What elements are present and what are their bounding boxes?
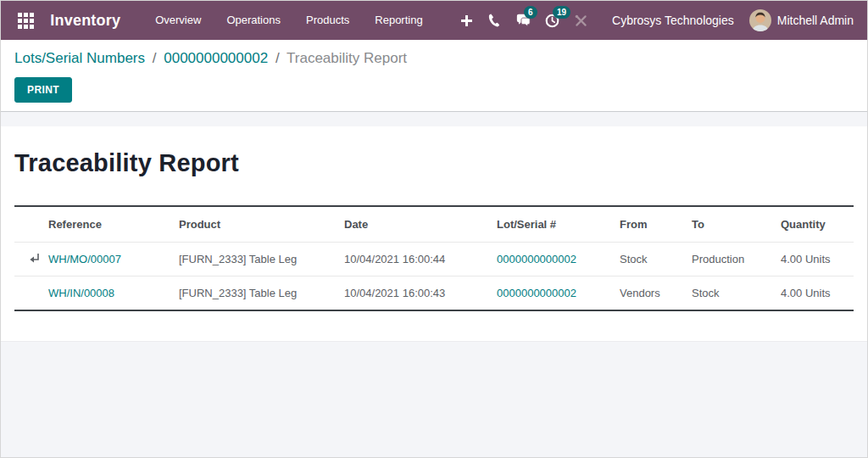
cell-product: [FURN_2333] Table Leg [174, 243, 339, 276]
cell-to: Stock [687, 276, 776, 311]
header-to: To [687, 206, 776, 243]
menu-overview[interactable]: Overview [142, 1, 214, 40]
page-title: Traceability Report [14, 149, 854, 177]
reference-link[interactable]: WH/IN/00008 [48, 287, 114, 299]
table-row: WH/MO/00007 [FURN_2333] Table Leg 10/04/… [14, 243, 854, 276]
cell-lot: 0000000000002 [492, 243, 615, 276]
menu-operations[interactable]: Operations [214, 1, 293, 40]
breadcrumb-current: Traceability Report [287, 50, 407, 66]
breadcrumb: Lots/Serial Numbers / 0000000000002 / Tr… [14, 50, 854, 67]
breadcrumb-lots-link[interactable]: Lots/Serial Numbers [14, 50, 145, 66]
top-navbar: Inventory Overview Operations Products R… [1, 1, 867, 40]
table-row: WH/IN/00008 [FURN_2333] Table Leg 10/04/… [14, 276, 854, 311]
user-name: Mitchell Admin [777, 14, 854, 27]
cell-quantity: 4.00 Units [776, 276, 854, 311]
table-header-row: Reference Product Date Lot/Serial # From… [14, 206, 854, 243]
cell-from: Vendors [615, 276, 687, 311]
menu-reporting[interactable]: Reporting [362, 1, 435, 40]
apps-grid-icon [18, 13, 34, 29]
cell-lot: 0000000000002 [492, 276, 615, 311]
origin-arrow-icon [19, 253, 48, 265]
cell-date: 10/04/2021 16:00:44 [339, 243, 492, 276]
app-name[interactable]: Inventory [50, 12, 120, 30]
footer-background [1, 341, 867, 457]
systray: 6 19 Cybrosys Technologies [480, 1, 855, 40]
control-panel: Lots/Serial Numbers / 0000000000002 / Tr… [1, 40, 867, 112]
cell-product: [FURN_2333] Table Leg [174, 276, 339, 311]
messages-button[interactable]: 6 [509, 1, 537, 40]
print-button[interactable]: PRINT [14, 77, 72, 103]
phone-icon [487, 14, 501, 27]
header-date: Date [339, 206, 492, 243]
report-sheet: Traceability Report Reference Product Da… [1, 126, 867, 311]
cell-reference: WH/IN/00008 [14, 276, 174, 311]
lot-link[interactable]: 0000000000002 [497, 253, 576, 265]
apps-menu-button[interactable] [13, 1, 38, 40]
traceability-table: Reference Product Date Lot/Serial # From… [14, 205, 854, 311]
quick-create-button[interactable] [454, 1, 480, 40]
breadcrumb-separator: / [149, 50, 160, 66]
tools-icon [574, 14, 588, 28]
voip-button[interactable] [480, 1, 509, 40]
breadcrumb-separator: / [272, 50, 283, 66]
breadcrumb-lot-link[interactable]: 0000000000002 [164, 50, 268, 66]
header-product: Product [174, 206, 339, 243]
menu-products[interactable]: Products [293, 1, 362, 40]
dev-tools-button[interactable] [566, 1, 595, 40]
cell-date: 10/04/2021 16:00:43 [339, 276, 492, 311]
activities-button[interactable]: 19 [537, 1, 566, 40]
header-from: From [615, 206, 687, 243]
header-reference: Reference [14, 206, 174, 243]
lot-link[interactable]: 0000000000002 [497, 287, 576, 299]
cell-to: Production [687, 243, 776, 276]
messages-count-badge: 6 [524, 6, 537, 19]
plus-icon [460, 14, 473, 27]
cell-quantity: 4.00 Units [776, 243, 854, 276]
company-switcher[interactable]: Cybrosys Technologies [612, 14, 734, 27]
header-lot-serial: Lot/Serial # [492, 206, 615, 243]
content-gray-strip [1, 112, 867, 126]
cell-reference: WH/MO/00007 [14, 243, 174, 276]
header-quantity: Quantity [776, 206, 854, 243]
main-menu: Overview Operations Products Reporting [142, 1, 435, 40]
avatar [749, 9, 771, 31]
cell-from: Stock [615, 243, 687, 276]
traceability-report-page: Inventory Overview Operations Products R… [0, 0, 868, 458]
reference-link[interactable]: WH/MO/00007 [48, 253, 121, 265]
user-menu[interactable]: Mitchell Admin [749, 9, 855, 31]
